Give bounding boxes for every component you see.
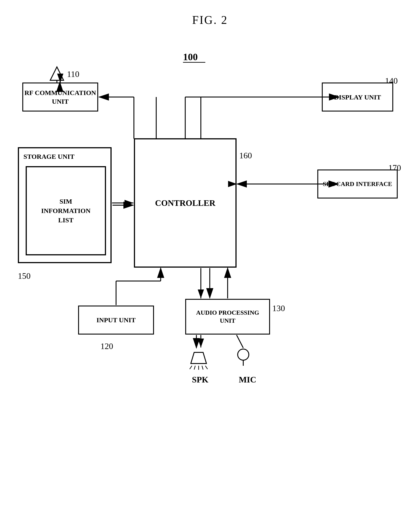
input-unit: INPUT UNIT bbox=[78, 306, 154, 335]
svg-marker-2 bbox=[191, 352, 206, 364]
svg-line-6 bbox=[202, 366, 203, 370]
mic-icon bbox=[237, 348, 250, 371]
label-160: 160 bbox=[239, 150, 252, 160]
spk-label: SPK bbox=[192, 375, 209, 384]
mic-label: MIC bbox=[239, 375, 256, 384]
label-110: 110 bbox=[67, 69, 79, 79]
storage-unit-label: STORAGE UNIT bbox=[23, 153, 75, 160]
svg-line-7 bbox=[205, 366, 208, 369]
system-label-underline bbox=[183, 62, 205, 63]
storage-unit: STORAGE UNIT SIM INFORMATION LIST bbox=[18, 147, 112, 263]
rf-communication-unit: RF COMMUNICATION UNIT bbox=[22, 83, 98, 112]
svg-line-41 bbox=[237, 335, 243, 348]
label-150: 150 bbox=[18, 271, 30, 281]
system-label: 100 bbox=[183, 51, 198, 63]
label-120: 120 bbox=[100, 341, 113, 351]
label-130: 130 bbox=[272, 303, 285, 313]
speaker-icon bbox=[187, 348, 210, 371]
svg-marker-0 bbox=[50, 67, 64, 80]
audio-processing-unit: AUDIO PROCESSING UNIT bbox=[185, 299, 270, 335]
sim-card-interface: SIM CARD INTERFACE bbox=[317, 169, 398, 198]
svg-line-4 bbox=[194, 366, 195, 370]
figure-title: FIG. 2 bbox=[192, 13, 228, 27]
controller: CONTROLLER bbox=[134, 138, 237, 268]
display-unit: DISPLAY UNIT bbox=[322, 83, 393, 112]
svg-point-8 bbox=[238, 349, 249, 360]
svg-line-3 bbox=[190, 366, 192, 369]
sim-information-list: SIM INFORMATION LIST bbox=[26, 166, 106, 255]
